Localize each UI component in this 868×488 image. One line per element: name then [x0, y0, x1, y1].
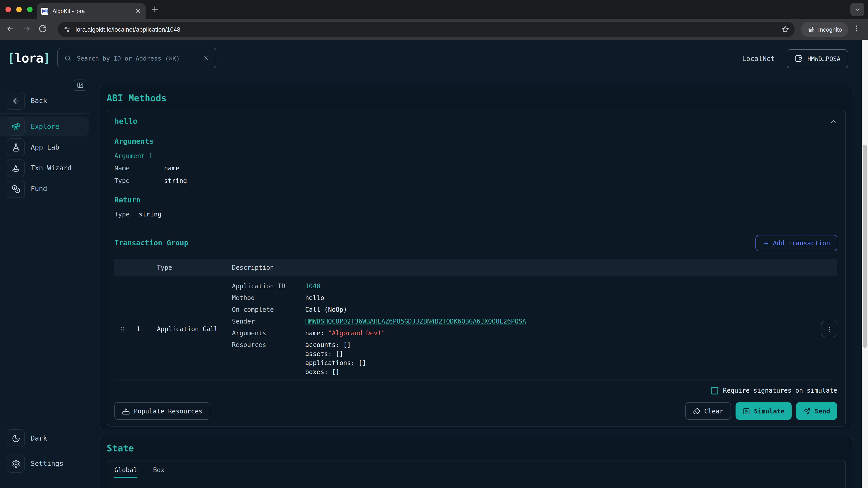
resource-applications: applications: []: [305, 358, 366, 367]
forward-nav-icon[interactable]: [22, 24, 31, 33]
field-value: hello: [305, 293, 324, 302]
incognito-badge: Incognito: [801, 22, 848, 37]
arrow-left-icon: [7, 92, 25, 110]
sidebar-item-back[interactable]: Back: [0, 91, 90, 111]
wallet-address: HMWD…PQSA: [807, 55, 840, 62]
browser-tab[interactable]: [ak] AlgoKit - lora: [37, 3, 146, 19]
clear-button[interactable]: Clear: [685, 402, 731, 420]
drag-handle-icon[interactable]: [119, 325, 126, 333]
state-tabs-card: Global Box: [107, 460, 846, 488]
return-type-row: Type string: [114, 210, 837, 219]
table-header: Type Description: [114, 259, 837, 276]
bookmark-star-icon[interactable]: [781, 25, 789, 33]
search-clear-icon[interactable]: [203, 55, 209, 61]
transaction-type: Application Call: [146, 325, 232, 332]
state-tabs: Global Box: [114, 460, 838, 478]
search-input[interactable]: [76, 54, 198, 62]
abi-methods-title: ABI Methods: [107, 93, 846, 103]
field-label: On complete: [232, 305, 305, 314]
url-bar[interactable]: lora.algokit.io/localnet/application/104…: [58, 22, 795, 37]
site-settings-icon[interactable]: [63, 26, 71, 33]
sidebar-item-fund[interactable]: Fund: [0, 179, 90, 199]
sidebar-collapse-button[interactable]: [74, 79, 86, 91]
logo-text: lora: [14, 51, 43, 66]
sidebar-divider: [0, 113, 90, 114]
square-play-icon: [743, 408, 750, 415]
field-on-complete: On complete Call (NoOp): [232, 305, 812, 314]
sidebar-item-app-lab[interactable]: App Lab: [0, 137, 90, 157]
window-minimize-button[interactable]: [16, 7, 22, 12]
populate-resources-label: Populate Resources: [134, 408, 202, 415]
field-label: Application ID: [232, 282, 305, 291]
row-menu-button[interactable]: [821, 321, 837, 337]
transaction-description: Application ID 1048 Method hello On comp…: [232, 282, 812, 377]
field-label: Sender: [232, 317, 305, 326]
field-label: Method: [232, 293, 305, 302]
clear-label: Clear: [704, 408, 723, 415]
tab-strip: [ak] AlgoKit - lora: [0, 0, 868, 19]
argument-key: name:: [305, 329, 324, 337]
field-sender: Sender HMWDSHQCOPD2T36WBAHLAZ6PO5GDJJZBN…: [232, 317, 812, 326]
method-name: hello: [114, 117, 137, 126]
flask-icon: [7, 138, 25, 156]
tab-box[interactable]: Box: [153, 460, 164, 478]
argument-type-row: Type string: [114, 176, 837, 185]
url-text: lora.algokit.io/localnet/application/104…: [75, 26, 781, 33]
argument-row-label: Name: [114, 164, 164, 173]
resource-assets: assets: []: [305, 349, 366, 358]
sidebar-item-label: Explore: [31, 123, 59, 131]
network-selector[interactable]: LocalNet: [742, 55, 775, 63]
window-zoom-button[interactable]: [27, 7, 33, 12]
sidebar-item-explore[interactable]: Explore: [0, 117, 89, 136]
resource-boxes: boxes: []: [305, 367, 366, 377]
global-search[interactable]: [57, 48, 216, 68]
application-id-link[interactable]: 1048: [305, 282, 320, 291]
screen: [ak] AlgoKit - lora: [0, 0, 868, 488]
abi-methods-card: ABI Methods hello Arguments Argument 1 N…: [98, 87, 854, 429]
return-row-label: Type: [114, 210, 129, 219]
argument-string-value: "Algorand Dev!": [328, 329, 385, 337]
window-close-button[interactable]: [5, 7, 11, 12]
field-method: Method hello: [232, 293, 812, 302]
simulate-label: Simulate: [754, 408, 784, 415]
app-header: [lora] LocalNet HMWD…PQSA: [0, 40, 868, 77]
column-header-type: Type: [146, 264, 232, 271]
browser-menu-icon[interactable]: [852, 24, 861, 33]
search-icon: [64, 55, 71, 62]
sidebar-item-txn-wizard[interactable]: Txn Wizard: [0, 158, 90, 178]
field-application-id: Application ID 1048: [232, 282, 812, 291]
argument-row-value: string: [164, 176, 187, 185]
resource-accounts: accounts: []: [305, 340, 366, 349]
main-content: ABI Methods hello Arguments Argument 1 N…: [90, 77, 868, 488]
wallet-button[interactable]: HMWD…PQSA: [786, 49, 848, 68]
sidebar-item-label: Settings: [31, 459, 64, 468]
chevron-up-icon[interactable]: [830, 117, 837, 125]
sender-address-link[interactable]: HMWDSHQCOPD2T36WBAHLAZ6PO5GDJJZBN4D2TODK…: [305, 317, 526, 326]
back-nav-icon[interactable]: [6, 24, 15, 33]
sidebar-item-theme-toggle[interactable]: Dark: [0, 428, 90, 448]
tab-title: AlgoKit - lora: [53, 8, 132, 14]
tab-close-icon[interactable]: [135, 8, 141, 14]
download-icon: [122, 407, 130, 415]
browser-chrome: [ak] AlgoKit - lora: [0, 0, 868, 40]
return-title: Return: [114, 195, 837, 205]
tab-global[interactable]: Global: [114, 460, 137, 478]
wizard-hat-icon: [7, 159, 25, 177]
sidebar-item-label: App Lab: [31, 143, 59, 151]
new-tab-button[interactable]: [151, 5, 159, 13]
require-signatures-checkbox[interactable]: [711, 387, 718, 394]
sidebar-item-settings[interactable]: Settings: [0, 454, 90, 474]
send-button[interactable]: Send: [796, 402, 837, 420]
row-index: 1: [136, 325, 141, 332]
argument-row-label: Type: [114, 176, 164, 185]
state-title: State: [107, 443, 846, 454]
arguments-title: Arguments: [114, 136, 837, 147]
simulate-button[interactable]: Simulate: [736, 402, 792, 420]
state-card: State Global Box: [98, 437, 854, 488]
tab-search-button[interactable]: [850, 3, 864, 16]
add-transaction-button[interactable]: Add Transaction: [755, 235, 837, 251]
reload-icon[interactable]: [38, 24, 47, 33]
populate-resources-button[interactable]: Populate Resources: [114, 402, 210, 420]
page-scrollbar-thumb[interactable]: [863, 144, 867, 348]
sidebar-item-label: Txn Wizard: [31, 164, 72, 172]
